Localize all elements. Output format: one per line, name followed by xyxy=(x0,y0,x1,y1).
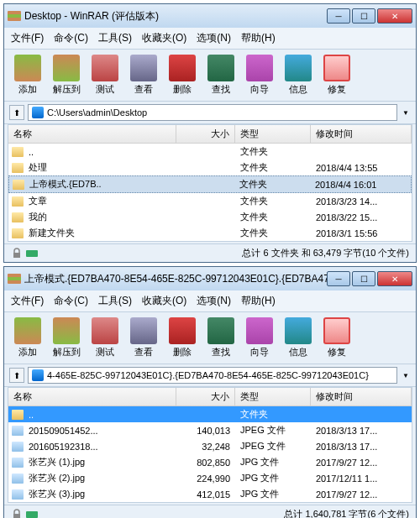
list-item[interactable]: ..文件夹 xyxy=(8,144,412,160)
tool-icon xyxy=(169,55,196,81)
tool-添加[interactable]: 添加 xyxy=(9,53,46,97)
status-text: 总计 6 文件夹 和 63,479 字节(10 个文件) xyxy=(45,247,409,259)
folder-icon xyxy=(12,196,24,207)
titlebar[interactable]: Desktop - WinRAR (评估版本) ─ ☐ ✕ xyxy=(4,4,416,28)
tool-icon xyxy=(53,55,80,81)
close-button[interactable]: ✕ xyxy=(377,8,412,24)
cell-name: 上帝模式.{ED7B.. xyxy=(24,177,176,191)
menu-help[interactable]: 帮助(H) xyxy=(241,31,276,45)
path-box[interactable]: C:\Users\admin\Desktop xyxy=(28,104,397,121)
list-item[interactable]: 张艺兴 (2).jpg224,990JPG 文件2017/12/11 1... xyxy=(8,470,412,486)
close-button[interactable]: ✕ xyxy=(377,271,412,286)
list-item[interactable]: 201605192318...32,248JPEG 文件2018/3/13 17… xyxy=(8,438,412,454)
path-box[interactable]: 4-465E-825C-99712043E01C}.{ED7BA470-8E54… xyxy=(28,367,397,384)
drive-icon xyxy=(32,107,44,118)
nav-up-button[interactable]: ⬆ xyxy=(9,368,24,383)
cell-type: JPEG 文件 xyxy=(235,439,311,453)
tool-修复[interactable]: 修复 xyxy=(318,316,355,360)
list-item[interactable]: 处理文件夹2018/4/4 13:55 xyxy=(8,160,412,175)
list-item[interactable]: 上帝模式.{ED7B..文件夹2018/4/4 16:01 xyxy=(8,175,412,193)
col-date[interactable]: 修改时间 xyxy=(311,388,412,406)
nav-up-button[interactable]: ⬆ xyxy=(9,105,24,120)
col-name[interactable]: 名称 xyxy=(8,125,176,143)
col-type[interactable]: 类型 xyxy=(235,388,311,406)
tool-label: 查看 xyxy=(134,83,153,96)
menu-tools[interactable]: 工具(S) xyxy=(98,31,132,45)
path-dropdown-icon[interactable]: ▼ xyxy=(401,372,411,379)
tool-label: 修复 xyxy=(328,346,346,358)
tool-查找[interactable]: 查找 xyxy=(202,316,239,360)
svg-rect-6 xyxy=(13,514,20,519)
tool-label: 测试 xyxy=(96,83,114,96)
cell-size xyxy=(176,217,235,218)
list-item[interactable]: 文章文件夹2018/3/23 14... xyxy=(8,193,412,209)
menu-options[interactable]: 选项(N) xyxy=(197,294,231,308)
menu-file[interactable]: 文件(F) xyxy=(11,294,44,308)
tool-删除[interactable]: 删除 xyxy=(164,316,201,360)
menu-file[interactable]: 文件(F) xyxy=(11,31,44,45)
list-item[interactable]: 我的文件夹2018/3/22 15... xyxy=(8,209,412,225)
col-date[interactable]: 修改时间 xyxy=(311,125,412,143)
menu-favorites[interactable]: 收藏夹(O) xyxy=(142,31,186,45)
tool-解压到[interactable]: 解压到 xyxy=(48,316,85,360)
col-size[interactable]: 大小 xyxy=(176,125,235,143)
maximize-button[interactable]: ☐ xyxy=(352,8,375,24)
tool-icon xyxy=(207,317,234,344)
tool-信息[interactable]: 信息 xyxy=(280,316,317,360)
cell-date xyxy=(311,151,412,153)
tool-添加[interactable]: 添加 xyxy=(9,316,46,360)
tool-向导[interactable]: 向导 xyxy=(241,316,278,360)
tool-查看[interactable]: 查看 xyxy=(125,316,162,360)
tool-icon xyxy=(53,317,80,344)
tool-label: 查找 xyxy=(212,346,230,358)
tool-icon xyxy=(207,55,234,81)
file-icon xyxy=(12,489,24,500)
col-type[interactable]: 类型 xyxy=(235,125,311,143)
lock-icon xyxy=(11,248,23,259)
col-name[interactable]: 名称 xyxy=(8,388,176,406)
menu-command[interactable]: 命令(C) xyxy=(54,294,88,308)
cell-name: 新建文件夹 xyxy=(24,226,176,240)
list-item[interactable]: 张艺兴 (3).jpg412,015JPG 文件2017/9/27 12... xyxy=(8,486,412,502)
menu-help[interactable]: 帮助(H) xyxy=(241,294,276,308)
tool-label: 删除 xyxy=(173,83,192,96)
tool-icon xyxy=(130,317,157,344)
menu-command[interactable]: 命令(C) xyxy=(54,31,88,45)
list-item[interactable]: 201509051452...140,013JPEG 文件2018/3/13 1… xyxy=(8,422,412,438)
tool-解压到[interactable]: 解压到 xyxy=(48,53,85,97)
maximize-button[interactable]: ☐ xyxy=(352,271,375,286)
folder-icon xyxy=(13,180,24,190)
tool-测试[interactable]: 测试 xyxy=(87,53,123,97)
cell-date: 2018/3/13 17... xyxy=(311,425,412,437)
status-icons xyxy=(11,248,38,259)
tool-测试[interactable]: 测试 xyxy=(87,316,123,360)
cell-type: 文件夹 xyxy=(235,210,311,224)
list-item[interactable]: 新建文件夹文件夹2018/3/1 15:56 xyxy=(8,225,412,241)
tool-删除[interactable]: 删除 xyxy=(164,53,201,97)
cell-date: 2017/9/27 12... xyxy=(311,457,412,468)
menu-favorites[interactable]: 收藏夹(O) xyxy=(142,294,186,308)
minimize-button[interactable]: ─ xyxy=(327,271,350,286)
tool-查看[interactable]: 查看 xyxy=(125,53,162,97)
tool-向导[interactable]: 向导 xyxy=(241,53,278,97)
tool-icon xyxy=(130,55,157,81)
cell-date xyxy=(311,414,412,416)
menubar: 文件(F) 命令(C) 工具(S) 收藏夹(O) 选项(N) 帮助(H) xyxy=(4,28,416,50)
cell-name: 张艺兴 (1).jpg xyxy=(24,455,176,469)
titlebar[interactable]: 上帝模式.{ED7BA470-8E54-465E-825C-99712043E0… xyxy=(4,267,416,290)
list-item[interactable]: 张艺兴 (1).jpg802,850JPG 文件2017/9/27 12... xyxy=(8,454,412,470)
menu-options[interactable]: 选项(N) xyxy=(197,31,231,45)
tool-查找[interactable]: 查找 xyxy=(202,53,239,97)
tool-修复[interactable]: 修复 xyxy=(318,53,355,97)
menu-tools[interactable]: 工具(S) xyxy=(98,294,132,308)
cell-type: JPEG 文件 xyxy=(235,423,311,437)
file-list: 名称 大小 类型 修改时间 ..文件夹处理文件夹2018/4/4 13:55上帝… xyxy=(8,124,412,242)
list-item[interactable]: ..文件夹 xyxy=(8,406,412,422)
file-icon xyxy=(12,426,24,436)
minimize-button[interactable]: ─ xyxy=(327,8,350,24)
path-dropdown-icon[interactable]: ▼ xyxy=(401,109,411,117)
addressbar: ⬆ 4-465E-825C-99712043E01C}.{ED7BA470-8E… xyxy=(4,364,416,387)
col-size[interactable]: 大小 xyxy=(176,388,235,406)
cell-type: 文件夹 xyxy=(234,177,310,191)
tool-信息[interactable]: 信息 xyxy=(280,53,317,97)
